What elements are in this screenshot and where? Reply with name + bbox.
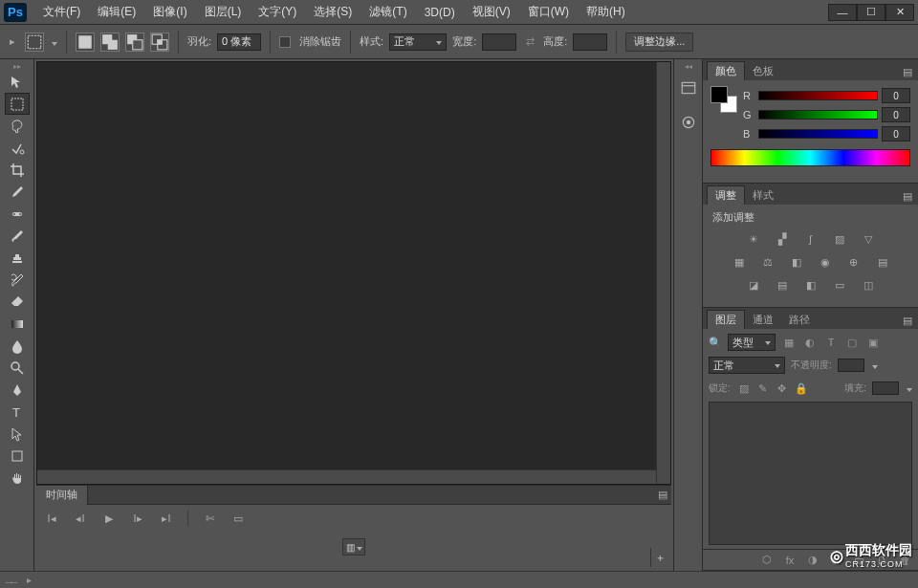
tool-path-select[interactable] <box>5 423 30 445</box>
tool-gradient[interactable] <box>5 313 30 335</box>
selection-new-icon[interactable] <box>76 33 95 52</box>
search-icon[interactable]: 🔍 <box>709 337 722 349</box>
tab-timeline[interactable]: 时间轴 <box>36 486 88 505</box>
tool-quick-select[interactable] <box>5 137 30 159</box>
adj-vibrance-icon[interactable]: ▽ <box>859 230 878 248</box>
menu-type[interactable]: 文字(Y) <box>250 0 305 25</box>
icon-strip-handle[interactable]: ◂◂ <box>674 61 702 71</box>
refine-edge-button[interactable]: 调整边缘... <box>625 33 693 52</box>
adj-photofilter-icon[interactable]: ◉ <box>816 253 835 271</box>
filter-type-icon[interactable]: T <box>823 335 839 350</box>
tool-pen[interactable] <box>5 379 30 401</box>
status-doc[interactable]: ▸ <box>27 575 32 585</box>
adj-brightness-icon[interactable]: ☀ <box>744 230 763 248</box>
menu-edit[interactable]: 编辑(E) <box>89 0 144 25</box>
menu-3d[interactable]: 3D(D) <box>416 0 464 25</box>
tab-channels[interactable]: 通道 <box>745 310 781 329</box>
opacity-input[interactable] <box>838 359 864 372</box>
timeline-last-frame-icon[interactable]: ▸I <box>159 511 174 526</box>
fill-input[interactable] <box>872 381 899 395</box>
tool-crop[interactable] <box>5 159 30 181</box>
window-maximize-button[interactable]: ☐ <box>857 4 885 21</box>
timeline-transition-icon[interactable]: ▭ <box>230 511 246 526</box>
tool-dodge[interactable] <box>5 357 30 379</box>
layer-mask-icon[interactable]: ◑ <box>805 553 820 568</box>
canvas[interactable] <box>36 61 671 485</box>
r-slider[interactable] <box>758 91 878 100</box>
adj-chanmix-icon[interactable]: ⊕ <box>844 253 863 271</box>
adj-invert-icon[interactable]: ◪ <box>744 276 763 294</box>
width-input[interactable] <box>482 33 516 51</box>
tool-healing-brush[interactable] <box>5 203 30 225</box>
history-panel-icon[interactable] <box>677 76 700 99</box>
fg-bg-swatch[interactable] <box>710 86 737 113</box>
tool-preset-icon[interactable] <box>25 33 44 52</box>
menu-layer[interactable]: 图层(L) <box>196 0 251 25</box>
tab-color[interactable]: 颜色 <box>707 61 745 80</box>
tool-lasso[interactable] <box>5 115 30 137</box>
canvas-scroll-vertical[interactable] <box>656 62 670 484</box>
antialias-checkbox[interactable] <box>279 36 291 48</box>
tool-blur[interactable] <box>5 335 30 357</box>
menu-file[interactable]: 文件(F) <box>34 0 89 25</box>
tool-preset-chevron-icon[interactable] <box>50 36 57 48</box>
tool-clone-stamp[interactable] <box>5 247 30 269</box>
link-layers-icon[interactable]: ⬡ <box>759 553 775 568</box>
canvas-scroll-horizontal[interactable] <box>37 469 656 484</box>
timeline-add-icon[interactable]: ＋ <box>650 548 669 567</box>
tool-eraser[interactable] <box>5 291 30 313</box>
adj-gradmap-icon[interactable]: ▭ <box>830 276 849 294</box>
menu-select[interactable]: 选择(S) <box>305 0 361 25</box>
tool-history-brush[interactable] <box>5 269 30 291</box>
selection-subtract-icon[interactable] <box>125 33 144 52</box>
tool-eyedropper[interactable] <box>5 181 30 203</box>
lock-paint-icon[interactable]: ✎ <box>755 381 771 396</box>
style-dropdown[interactable]: 正常 <box>389 33 447 51</box>
menu-help[interactable]: 帮助(H) <box>578 0 634 25</box>
opacity-chevron-icon[interactable] <box>870 359 878 371</box>
fill-chevron-icon[interactable] <box>905 382 912 394</box>
tool-move[interactable] <box>5 71 30 93</box>
timeline-next-frame-icon[interactable]: I▸ <box>130 511 145 526</box>
adj-curves-icon[interactable]: ∫ <box>801 230 820 248</box>
menu-filter[interactable]: 滤镜(T) <box>361 0 415 25</box>
adj-posterize-icon[interactable]: ▤ <box>773 276 792 294</box>
tab-paths[interactable]: 路径 <box>781 310 818 329</box>
timeline-first-frame-icon[interactable]: I◂ <box>44 511 59 526</box>
status-zoom[interactable]: ⎵⎵ <box>6 575 17 585</box>
height-input[interactable] <box>573 33 607 51</box>
selection-add-icon[interactable] <box>100 33 120 52</box>
adj-selective-icon[interactable]: ◫ <box>859 276 878 294</box>
b-slider[interactable] <box>758 129 878 139</box>
menu-window[interactable]: 窗口(W) <box>519 0 578 25</box>
lock-pos-icon[interactable]: ✥ <box>775 381 790 396</box>
window-minimize-button[interactable]: — <box>828 4 857 21</box>
color-panel-menu-icon[interactable]: ▤ <box>899 63 916 80</box>
adj-colorlut-icon[interactable]: ▤ <box>873 253 892 271</box>
lock-all-icon[interactable]: 🔒 <box>794 381 809 396</box>
adj-exposure-icon[interactable]: ▨ <box>830 230 849 248</box>
color-spectrum[interactable] <box>710 149 910 166</box>
timeline-create-button[interactable]: ▥ <box>342 538 365 555</box>
r-value[interactable]: 0 <box>882 88 910 103</box>
adj-bw-icon[interactable]: ◧ <box>787 253 806 271</box>
tool-rect-marquee[interactable] <box>5 93 30 115</box>
tab-adjustments[interactable]: 调整 <box>707 185 745 205</box>
layers-list[interactable] <box>709 402 912 545</box>
tab-layers[interactable]: 图层 <box>707 310 745 329</box>
properties-panel-icon[interactable] <box>677 111 700 134</box>
fg-swatch[interactable] <box>710 86 728 103</box>
feather-input[interactable] <box>217 33 261 51</box>
filter-adjust-icon[interactable]: ◐ <box>802 335 818 350</box>
tool-brush[interactable] <box>5 225 30 247</box>
window-close-button[interactable]: ✕ <box>885 4 914 21</box>
swap-wh-icon[interactable]: ⇄ <box>522 35 537 48</box>
tool-shape[interactable] <box>5 445 30 467</box>
lock-trans-icon[interactable]: ▨ <box>736 381 752 396</box>
adj-hue-icon[interactable]: ▦ <box>730 253 749 271</box>
tool-type[interactable]: T <box>5 401 30 423</box>
options-bar-handle[interactable]: ▸ <box>6 35 19 49</box>
layers-panel-menu-icon[interactable]: ▤ <box>899 312 916 329</box>
tab-swatches[interactable]: 色板 <box>745 61 781 80</box>
adj-levels-icon[interactable]: ▞ <box>773 230 792 248</box>
